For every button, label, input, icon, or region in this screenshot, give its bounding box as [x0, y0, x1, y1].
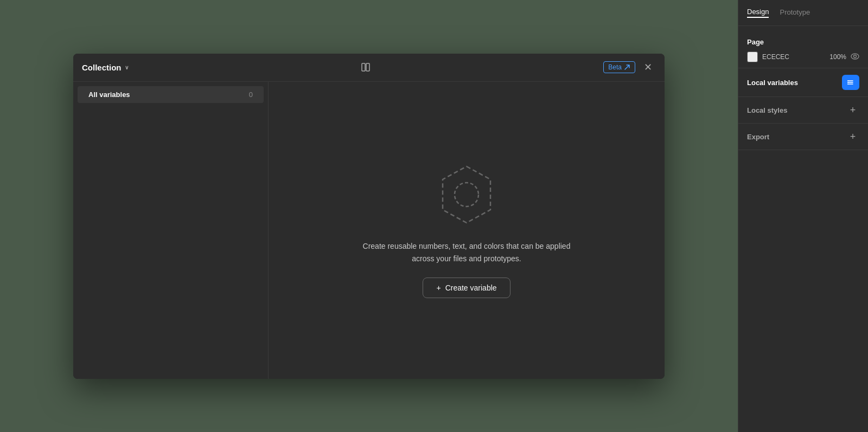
topbar-right: Beta ✕ — [603, 60, 656, 75]
modal-body: All variables 0 Create reusable numbers — [73, 82, 665, 379]
create-variable-plus-icon: + — [436, 283, 441, 292]
local-styles-section: Local styles + — [738, 97, 868, 124]
modal-topbar: Collection ∨ Beta — [73, 54, 665, 82]
variables-modal: Collection ∨ Beta — [73, 54, 665, 379]
beta-label: Beta — [608, 63, 622, 71]
modal-sidebar: All variables 0 — [73, 82, 269, 379]
page-color-opacity: 100% — [829, 53, 846, 61]
local-styles-label: Local styles — [747, 106, 787, 114]
tab-prototype[interactable]: Prototype — [780, 8, 810, 17]
right-panel: Design Prototype Page ECECEC 100% — [738, 0, 868, 432]
local-styles-add-button[interactable]: + — [846, 104, 859, 117]
create-variable-label: Create variable — [445, 283, 497, 292]
collection-label: Collection — [82, 63, 122, 72]
panel-content: Page ECECEC 100% Local variables — [738, 26, 868, 432]
beta-badge[interactable]: Beta — [603, 61, 635, 73]
panel-tabs: Design Prototype — [738, 0, 868, 26]
canvas-area: Collection ∨ Beta — [0, 0, 738, 432]
page-color-hex: ECECEC — [762, 53, 825, 61]
empty-description: Create reusable numbers, text, and color… — [353, 240, 580, 265]
svg-point-4 — [851, 54, 859, 59]
local-variables-button[interactable] — [842, 75, 859, 90]
topbar-center — [358, 60, 373, 75]
tab-design-label: Design — [747, 8, 769, 16]
local-variables-label: Local variables — [747, 79, 798, 87]
svg-point-9 — [847, 80, 848, 81]
empty-state-icon — [434, 162, 499, 227]
svg-point-10 — [847, 82, 848, 83]
local-variables-section: Local variables — [738, 68, 868, 97]
collection-chevron-icon: ∨ — [125, 65, 129, 70]
svg-point-5 — [854, 55, 857, 58]
export-add-button[interactable]: + — [846, 130, 859, 143]
all-variables-row[interactable]: All variables 0 — [78, 86, 264, 103]
all-variables-label: All variables — [88, 91, 130, 99]
close-icon: ✕ — [644, 61, 652, 73]
tab-prototype-label: Prototype — [780, 8, 810, 16]
svg-marker-2 — [443, 166, 490, 223]
collection-title[interactable]: Collection ∨ — [82, 63, 129, 72]
tab-design[interactable]: Design — [747, 8, 769, 18]
svg-point-3 — [455, 183, 478, 207]
export-section: Export + — [738, 124, 868, 150]
svg-rect-0 — [362, 63, 365, 71]
modal-main-content: Create reusable numbers, text, and color… — [269, 82, 665, 379]
svg-rect-1 — [366, 63, 369, 71]
page-section: Page ECECEC 100% — [738, 33, 868, 68]
svg-point-11 — [847, 83, 848, 85]
visibility-icon[interactable] — [851, 53, 859, 61]
page-section-label: Page — [747, 38, 859, 46]
close-button[interactable]: ✕ — [641, 60, 656, 75]
page-color-row: ECECEC 100% — [747, 51, 859, 62]
layout-toggle-icon[interactable] — [358, 60, 373, 75]
all-variables-count: 0 — [249, 91, 253, 99]
export-label: Export — [747, 133, 769, 141]
create-variable-button[interactable]: + Create variable — [423, 278, 510, 298]
page-color-swatch[interactable] — [747, 51, 758, 62]
